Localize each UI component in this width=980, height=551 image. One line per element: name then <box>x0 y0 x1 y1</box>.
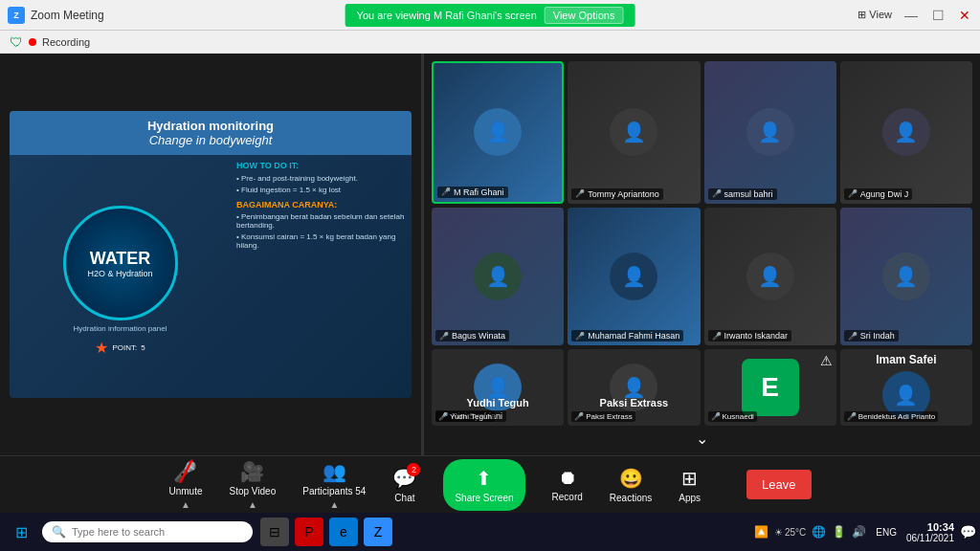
water-sub: H2O & Hydration <box>87 269 152 278</box>
slide-content: Hydration monitoring Change in bodyweigh… <box>10 111 412 398</box>
chat-label: Chat <box>394 493 414 503</box>
bottom-name-large: Yudhi Teguh <box>432 397 564 408</box>
participants-grid: 👤 🎤 M Rafi Ghani 👤 🎤 Tommy Apriantono 👤 … <box>432 61 972 345</box>
avatar-letter: E <box>742 359 799 416</box>
apps-button[interactable]: ⊞ Apps <box>679 467 701 503</box>
slide-info: Hydration information panel <box>74 324 167 333</box>
share-screen-button[interactable]: ⬆ Share Screen <box>443 459 524 511</box>
participant-name-text: Muhamad Fahmi Hasan <box>588 331 679 341</box>
bottom-name-small: 🎤 Benidektus Adi Prianto <box>844 411 939 422</box>
close-button[interactable]: ✕ <box>957 8 972 23</box>
how-to-title: HOW TO DO IT: <box>236 161 406 170</box>
star-icon: ★ <box>95 339 108 357</box>
taskview-icon[interactable]: ⊟ <box>260 518 289 546</box>
recording-bar: 🛡 Recording <box>0 31 980 54</box>
show-hidden-icons[interactable]: 🔼 <box>754 525 768 539</box>
view-icon: ⊞ View <box>858 9 892 21</box>
participant-name: 🎤 M Rafi Ghani <box>437 187 508 198</box>
avatar: 👤 <box>882 108 930 156</box>
zoom-logo: Z <box>8 7 25 24</box>
avatar: 👤 <box>746 108 794 156</box>
participant-name-text: Sri Indah <box>860 331 895 341</box>
clock-time: 10:34 <box>906 521 954 533</box>
participant-name: 🎤 Tommy Apriantono <box>571 188 663 200</box>
minimize-button[interactable]: — <box>903 8 919 23</box>
window-controls: ⊞ View — ☐ ✕ <box>858 8 972 23</box>
search-icon: 🔍 <box>52 525 66 539</box>
caret-icon: ▲ <box>248 499 257 510</box>
leave-button[interactable]: Leave <box>746 470 811 499</box>
bottom-tile: 👤 Paksi Extrass 🎤 Paksi Extrass <box>568 349 700 426</box>
participant-tile: 👤 🎤 Agung Dwi J <box>840 61 972 204</box>
mic-icon: 🎤 <box>847 412 857 421</box>
title-bar: Z Zoom Meeting You are viewing M Rafi Gh… <box>0 0 980 31</box>
participant-tile: 👤 🎤 Sri Indah <box>840 208 972 346</box>
participant-tile: 👤 🎤 Irwanto Iskandar <box>704 208 836 346</box>
record-button[interactable]: ⏺ Record <box>552 467 583 502</box>
point-number: 5 <box>141 343 145 352</box>
reactions-button[interactable]: 😀 Reactions <box>610 467 652 503</box>
taskbar-apps: ⊟ P e Z <box>256 518 396 546</box>
slide-right: HOW TO DO IT: • Pre- and post-training b… <box>231 155 412 398</box>
chat-button[interactable]: 💬 2 Chat <box>392 467 416 503</box>
toolbar: 🎤 ╱ Unmute ▲ 🎥 Stop Video ▲ 👥 Participan… <box>0 455 980 513</box>
notifications-icon[interactable]: 💬 <box>960 524 976 540</box>
bottom-participants: 👤 🎤 Rini Syafriani Yudhi Teguh 🎤 Yudhi T… <box>432 349 972 426</box>
bottom-name-small: 🎤 Kusnaedi <box>708 411 757 422</box>
participant-name: 🎤 Agung Dwi J <box>844 188 913 200</box>
bottom-tile: 👤 🎤 Rini Syafriani Yudhi Teguh 🎤 Yudhi T… <box>432 349 564 426</box>
participant-name: 🎤 Bagus Winata <box>435 330 509 342</box>
imam-name-top: Imam Safei <box>840 353 972 366</box>
participant-name-text: Irwanto Iskandar <box>724 331 789 341</box>
weather-temp: 25°C <box>785 527 806 538</box>
water-circle: WATER H2O & Hydration <box>63 206 178 320</box>
start-button[interactable]: ⊞ <box>4 515 38 549</box>
stop-video-label: Stop Video <box>230 486 277 496</box>
main-content: Hydration monitoring Change in bodyweigh… <box>0 54 980 455</box>
participant-name: 🎤 samsul bahri <box>708 188 777 200</box>
edge-icon[interactable]: e <box>329 518 358 546</box>
taskbar-right: 🔼 ☀ 25°C 🌐 🔋 🔊 ENG 10:34 06/11/2021 💬 <box>754 521 976 543</box>
apps-icon: ⊞ <box>681 467 698 490</box>
mic-slash: ╱ <box>173 460 197 483</box>
powerpoint-icon[interactable]: P <box>295 518 323 546</box>
how-to-item-1: • Pre- and post-training bodyweight. <box>236 174 406 183</box>
mic-icon: 🎤 <box>712 332 722 341</box>
search-input[interactable] <box>72 526 225 538</box>
participant-name: 🎤 Irwanto Iskandar <box>708 330 792 342</box>
share-notice-text: You are viewing M Rafi Ghani's screen <box>357 10 537 21</box>
point-label: POINT: <box>112 343 137 352</box>
mic-icon: 🎤 <box>441 187 451 196</box>
volume-icon[interactable]: 🔊 <box>852 525 866 539</box>
record-icon: ⏺ <box>558 467 577 489</box>
unmute-label: Unmute <box>168 486 202 496</box>
caret-icon: ▲ <box>181 499 190 510</box>
network-icon[interactable]: 🌐 <box>812 525 826 539</box>
windows-logo-icon: ⊞ <box>15 523 28 541</box>
bottom-name-text: Kusnaedi <box>723 412 754 421</box>
slide-area: Hydration monitoring Change in bodyweigh… <box>0 54 421 455</box>
language-indicator: ENG <box>872 525 901 540</box>
stop-video-button[interactable]: 🎥 Stop Video ▲ <box>230 460 277 510</box>
chevron-down-button[interactable]: ⌄ <box>432 430 972 448</box>
water-label: WATER <box>90 249 151 269</box>
mic-icon: 🎤 <box>574 412 584 421</box>
avatar: 👤 <box>610 108 657 156</box>
view-options-button[interactable]: View Options <box>545 7 624 24</box>
tegar-icon: ⚠ <box>820 353 833 368</box>
participants-button[interactable]: 👥 Participants 54 ▲ <box>302 460 366 510</box>
participants-label: Participants 54 <box>302 486 366 496</box>
participants-icon: 👥 <box>323 460 346 483</box>
share-label: Share Screen <box>455 493 513 503</box>
mic-icon: 🎤 <box>575 332 585 341</box>
mic-icon: 🎤 <box>711 412 721 421</box>
bottom-tile: Imam Safei 👤 🎤 Benidektus Adi Prianto <box>840 349 972 426</box>
taskbar-search-bar[interactable]: 🔍 <box>42 521 253 542</box>
participant-name-text: Agung Dwi J <box>860 189 909 199</box>
unmute-button[interactable]: 🎤 ╱ Unmute ▲ <box>168 460 202 510</box>
avatar: 👤 <box>746 253 794 300</box>
record-label: Record <box>552 492 583 502</box>
battery-icon[interactable]: 🔋 <box>832 525 846 539</box>
maximize-button[interactable]: ☐ <box>930 8 946 23</box>
zoom-taskbar-icon[interactable]: Z <box>364 518 392 546</box>
